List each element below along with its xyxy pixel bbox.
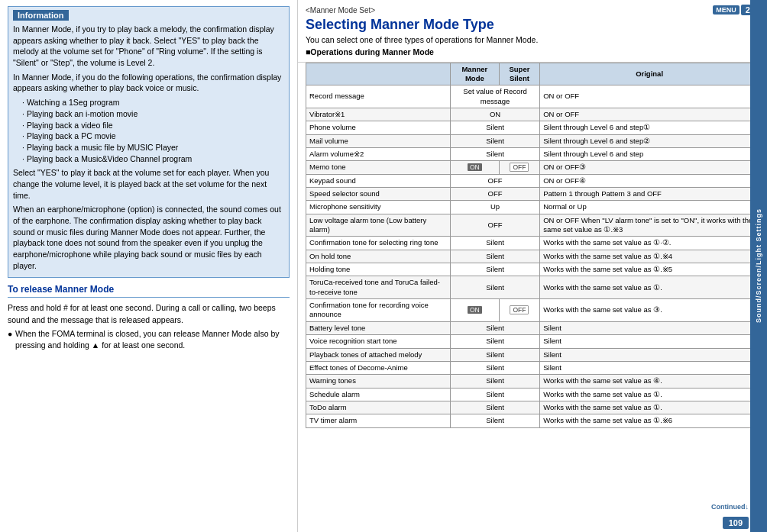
row-original: Works with the same set value as ①.※4 xyxy=(540,250,759,263)
release-title: To release Manner Mode xyxy=(8,284,290,298)
row-manner-super: Silent xyxy=(450,237,539,250)
row-label: Warning tones xyxy=(306,375,451,388)
col-header-manner: MannerMode xyxy=(450,63,499,85)
page-subtitle: You can select one of three types of ope… xyxy=(306,35,759,44)
page-title: Selecting Manner Mode Type xyxy=(306,17,759,34)
col-header-label xyxy=(306,63,451,85)
table-row: Confirmation tone for recording voice an… xyxy=(306,299,759,322)
row-label: Microphone sensitivity xyxy=(306,201,451,214)
information-box: Information In Manner Mode, if you try t… xyxy=(8,6,290,278)
row-manner-super: Silent xyxy=(450,276,539,299)
row-manner-super: Silent xyxy=(450,148,539,161)
row-original: Works with the same set value as ①.※5 xyxy=(540,263,759,276)
table-row: Alarm volume※2SilentSilent through Level… xyxy=(306,148,759,161)
row-manner-super: Silent xyxy=(450,361,539,374)
table-row: Voice recognition start toneSilentSilent xyxy=(306,335,759,348)
row-manner-super: OFF xyxy=(450,174,539,187)
row-manner-super: Silent xyxy=(450,414,539,427)
table-row: Effect tones of Decome-AnimeSilentSilent xyxy=(306,361,759,374)
row-original: Works with the same set value as ④. xyxy=(540,375,759,388)
row-label: ToDo alarm xyxy=(306,401,451,414)
col-header-super: SuperSilent xyxy=(499,63,540,85)
list-item: Playing back a video file xyxy=(22,120,284,131)
row-label: Holding tone xyxy=(306,263,451,276)
release-section: To release Manner Mode Press and hold # … xyxy=(8,284,290,351)
row-manner-super: Silent xyxy=(450,335,539,348)
table-row: Record messageSet value of Record messag… xyxy=(306,85,759,108)
row-manner-super: OFF xyxy=(450,188,539,201)
row-label: Confirmation tone for recording voice an… xyxy=(306,299,451,322)
list-item: Playing back an i-motion movie xyxy=(22,108,284,120)
menu-icon-label: MENU xyxy=(713,5,739,15)
table-row: Keypad soundOFFON or OFF④ xyxy=(306,174,759,187)
row-label: Voice recognition start tone xyxy=(306,335,451,348)
table-wrapper: MannerMode SuperSilent Original Record m… xyxy=(298,63,767,532)
sidebar-text: Sound/Screen/Light Settings xyxy=(755,208,762,323)
row-manner-super: Silent xyxy=(450,401,539,414)
page-number: 109 xyxy=(723,517,749,529)
release-body-text: Press and hold # for at least one second… xyxy=(8,302,290,325)
row-label: Speed selector sound xyxy=(306,188,451,201)
row-original: ON or OFF xyxy=(540,85,759,108)
row-original: Silent xyxy=(540,361,759,374)
row-original: Pattern 1 through Pattern 3 and OFF xyxy=(540,188,759,201)
row-label: Playback tones of attached melody xyxy=(306,348,451,361)
row-manner-super: Silent xyxy=(450,375,539,388)
row-label: ToruCa-received tone and ToruCa failed-t… xyxy=(306,276,451,299)
table-row: ToruCa-received tone and ToruCa failed-t… xyxy=(306,276,759,299)
table-row: Confirmation tone for selecting ring ton… xyxy=(306,237,759,250)
row-manner-super: Silent xyxy=(450,348,539,361)
info-header-label: Information xyxy=(13,10,69,21)
list-item: Watching a 1Seg program xyxy=(22,97,284,108)
row-original: Silent xyxy=(540,321,759,334)
row-original: Works with the same set value as ③. xyxy=(540,299,759,322)
col-header-original: Original xyxy=(540,63,759,85)
row-manner-super: Silent xyxy=(450,250,539,263)
row-manner-super: Silent xyxy=(450,121,539,134)
row-manner-super: ON xyxy=(450,108,539,121)
release-bullet1-text: When the FOMA terminal is closed, you ca… xyxy=(15,328,290,351)
row-label: Mail volume xyxy=(306,134,451,147)
header-tag-row: <Manner Mode Set> MENU 20 xyxy=(306,5,759,15)
row-original: Silent xyxy=(540,348,759,361)
row-label: Record message xyxy=(306,85,451,108)
info-extra: Select "YES" to play it back at the volu… xyxy=(13,167,284,201)
row-label: TV timer alarm xyxy=(306,414,451,427)
info-earphone: When an earphone/microphone (option) is … xyxy=(13,204,284,271)
table-row: Battery level toneSilentSilent xyxy=(306,321,759,334)
right-header: <Manner Mode Set> MENU 20 Selecting Mann… xyxy=(298,0,767,63)
info-para-2: In Manner Mode, if you do the following … xyxy=(13,72,284,94)
table-row: Vibrator※1ONON or OFF xyxy=(306,108,759,121)
list-item: Playing back a Music&Video Channel progr… xyxy=(22,153,284,165)
row-original: Silent through Level 6 and step① xyxy=(540,121,759,134)
row-manner-super: Set value of Record message xyxy=(450,85,539,108)
row-original: ON or OFF xyxy=(540,108,759,121)
manner-mode-tag: <Manner Mode Set> xyxy=(306,6,375,15)
row-label: Memo tone xyxy=(306,161,451,174)
row-original: Silent through Level 6 and step xyxy=(540,148,759,161)
row-manner-super: Silent xyxy=(450,134,539,147)
mode-table: MannerMode SuperSilent Original Record m… xyxy=(306,63,759,428)
table-row: Mail volumeSilentSilent through Level 6 … xyxy=(306,134,759,147)
row-label: Alarm volume※2 xyxy=(306,148,451,161)
left-column: Information In Manner Mode, if you try t… xyxy=(0,0,298,532)
row-original: ON or OFF When "LV alarm tone" is set to… xyxy=(540,214,759,237)
table-row: ToDo alarmSilentWorks with the same set … xyxy=(306,401,759,414)
row-original: Works with the same set value as ①. xyxy=(540,388,759,401)
table-row: Playback tones of attached melodySilentS… xyxy=(306,348,759,361)
info-list: Watching a 1Seg program Playing back an … xyxy=(13,97,284,164)
row-original: Works with the same set value as ①.※6 xyxy=(540,414,759,427)
table-row: Speed selector soundOFFPattern 1 through… xyxy=(306,188,759,201)
table-row: Memo toneONOFFON or OFF③ xyxy=(306,161,759,174)
row-label: Battery level tone xyxy=(306,321,451,334)
table-row: Warning tonesSilentWorks with the same s… xyxy=(306,375,759,388)
row-original: Silent xyxy=(540,335,759,348)
table-row: Phone volumeSilentSilent through Level 6… xyxy=(306,121,759,134)
release-bullet1: ● When the FOMA terminal is closed, you … xyxy=(8,328,290,351)
row-label: Schedule alarm xyxy=(306,388,451,401)
table-row: Schedule alarmSilentWorks with the same … xyxy=(306,388,759,401)
row-manner: ON xyxy=(450,161,499,174)
row-original: Works with the same set value as ①·②. xyxy=(540,237,759,250)
table-row: On hold toneSilentWorks with the same se… xyxy=(306,250,759,263)
row-manner-super: Silent xyxy=(450,321,539,334)
